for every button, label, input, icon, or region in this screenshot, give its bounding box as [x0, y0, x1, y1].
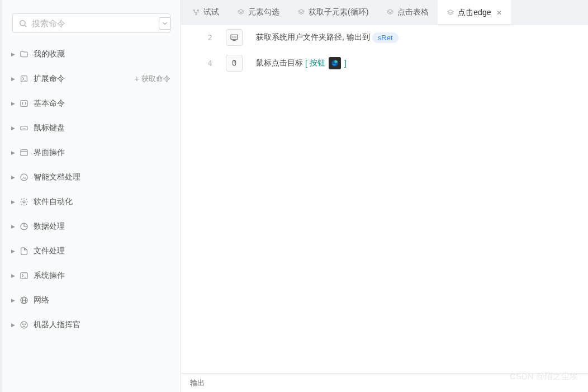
- tree-item-label: 网络: [34, 295, 49, 305]
- tab-label: 试试: [203, 7, 219, 17]
- tree-item-label: 鼠标键盘: [34, 123, 65, 133]
- svg-text:AI: AI: [22, 176, 26, 180]
- svg-point-15: [21, 322, 27, 328]
- svg-text:SYS: SYS: [232, 36, 236, 39]
- tree-item-9[interactable]: ▶ 系统操作: [2, 263, 181, 288]
- target-label: 按钮: [310, 58, 325, 68]
- tree-item-6[interactable]: ▶ 软件自动化: [2, 190, 181, 214]
- stack-icon: [386, 8, 394, 16]
- tab-3[interactable]: 点击表格: [377, 0, 438, 24]
- search-dropdown-button[interactable]: [159, 17, 171, 30]
- file-icon: [19, 246, 29, 256]
- caret-icon: ▶: [11, 51, 17, 57]
- caret-icon: ▶: [11, 199, 17, 205]
- search-icon: [18, 19, 27, 28]
- row-text: 获取系统用户文件夹路径, 输出到: [256, 32, 370, 42]
- svg-rect-11: [21, 273, 27, 279]
- tree-item-4[interactable]: ▶ 界面操作: [2, 140, 181, 165]
- stack-icon: [447, 9, 454, 17]
- output-variable-pill[interactable]: sRet: [372, 32, 399, 43]
- tree-item-label: 系统操作: [34, 271, 65, 281]
- line-number: 4: [181, 59, 226, 68]
- step-icon: SYS: [226, 29, 243, 46]
- caret-icon: ▶: [11, 248, 17, 254]
- tree-item-2[interactable]: ▶ 基本命令: [2, 91, 181, 116]
- tree-item-8[interactable]: ▶ 文件处理: [2, 239, 181, 263]
- extension-icon: [19, 74, 29, 84]
- tree-item-label: 基本命令: [34, 98, 65, 108]
- system-icon: [19, 271, 29, 281]
- editor-row[interactable]: 4 鼠标点击目标 [ 按钮 ]: [181, 50, 588, 76]
- caret-icon: ▶: [11, 322, 17, 328]
- caret-icon: ▶: [11, 76, 17, 82]
- code-icon: [19, 98, 29, 108]
- tab-label: 点击表格: [397, 7, 429, 17]
- tree-item-10[interactable]: ▶ 网络: [2, 288, 181, 313]
- line-number: 2: [181, 33, 226, 42]
- edge-browser-icon: [329, 57, 341, 69]
- get-command-link[interactable]: + 获取命令: [135, 74, 170, 84]
- svg-point-16: [22, 324, 23, 324]
- tree-item-1[interactable]: ▶ 扩展命令 + 获取命令: [2, 67, 181, 91]
- svg-point-9: [23, 201, 25, 203]
- bracket-close: ]: [344, 59, 347, 68]
- tree-item-5[interactable]: ▶ AI 智能文档处理: [2, 165, 181, 190]
- step-icon: [226, 55, 243, 72]
- svg-point-17: [25, 324, 25, 324]
- caret-icon: ▶: [11, 150, 17, 155]
- chevron-down-icon: [163, 21, 167, 26]
- command-tree: ▶ 我的收藏 ▶ 扩展命令 + 获取命令▶ 基本命令 ▶ 鼠标键盘 ▶ 界面操作…: [2, 40, 181, 392]
- svg-rect-5: [21, 150, 27, 156]
- globe-icon: [19, 295, 29, 305]
- caret-icon: ▶: [11, 297, 17, 303]
- tab-2[interactable]: 获取子元素(循环): [288, 0, 377, 24]
- tree-item-0[interactable]: ▶ 我的收藏: [2, 42, 181, 67]
- tree-item-3[interactable]: ▶ 鼠标键盘: [2, 116, 181, 140]
- tab-bar: 试试 元素勾选 获取子元素(循环) 点击表格 点击edge ✕: [181, 0, 588, 25]
- output-label: 输出: [190, 378, 205, 388]
- search-input[interactable]: [32, 18, 164, 28]
- tab-label: 获取子元素(循环): [309, 7, 368, 17]
- tree-item-11[interactable]: ▶ 机器人指挥官: [2, 313, 181, 337]
- tree-item-label: 软件自动化: [34, 197, 73, 207]
- tab-label: 元素勾选: [248, 7, 279, 17]
- tree-item-label: 我的收藏: [34, 49, 65, 59]
- close-icon[interactable]: ✕: [496, 9, 502, 17]
- tree-item-label: 智能文档处理: [34, 172, 80, 182]
- tree-item-label: 扩展命令: [34, 74, 65, 84]
- tab-0[interactable]: 试试: [183, 0, 228, 24]
- svg-point-20: [196, 13, 197, 15]
- stack-icon: [237, 8, 245, 16]
- svg-point-18: [193, 10, 195, 11]
- svg-rect-4: [21, 126, 27, 130]
- ai-icon: AI: [19, 172, 29, 182]
- folder-icon: [19, 49, 29, 59]
- gear-icon: [19, 197, 29, 207]
- chart-icon: [19, 221, 29, 232]
- editor-row[interactable]: 2 SYS 获取系统用户文件夹路径, 输出到 sRet: [181, 25, 588, 50]
- search-box: [12, 13, 170, 33]
- row-text: 鼠标点击目标: [256, 58, 303, 68]
- editor[interactable]: 2 SYS 获取系统用户文件夹路径, 输出到 sRet4 鼠标点击目标 [ 按钮…: [181, 25, 588, 373]
- sidebar: ▶ 我的收藏 ▶ 扩展命令 + 获取命令▶ 基本命令 ▶ 鼠标键盘 ▶ 界面操作…: [0, 0, 181, 392]
- bracket-open: [: [305, 59, 307, 68]
- tree-item-label: 数据处理: [34, 221, 65, 232]
- caret-icon: ▶: [11, 174, 17, 180]
- tab-label: 点击edge: [458, 8, 491, 18]
- window-icon: [19, 148, 29, 158]
- caret-icon: ▶: [11, 224, 17, 229]
- main-area: 试试 元素勾选 获取子元素(循环) 点击表格 点击edge ✕ 2 SYS 获取…: [181, 0, 588, 392]
- keyboard-icon: [19, 123, 29, 133]
- stack-icon: [297, 8, 305, 16]
- svg-rect-3: [21, 101, 27, 107]
- tree-item-label: 文件处理: [34, 246, 65, 256]
- tree-item-7[interactable]: ▶ 数据处理: [2, 214, 181, 239]
- caret-icon: ▶: [11, 101, 17, 106]
- tab-1[interactable]: 元素勾选: [228, 0, 288, 24]
- flow-icon: [192, 8, 200, 16]
- tab-4[interactable]: 点击edge ✕: [438, 0, 511, 24]
- robot-icon: [19, 320, 29, 330]
- tree-item-label: 机器人指挥官: [34, 320, 80, 330]
- output-panel[interactable]: 输出: [181, 373, 588, 392]
- svg-line-1: [25, 25, 26, 27]
